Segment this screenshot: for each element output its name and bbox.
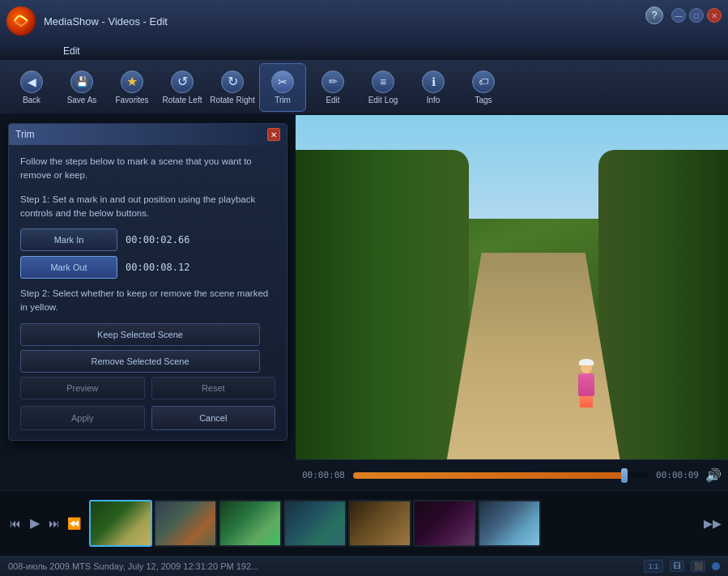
video-scene — [296, 115, 728, 459]
info-button[interactable]: ℹ Info — [410, 63, 457, 112]
time-end: 00:00:09 — [654, 470, 699, 480]
tags-label: Tags — [475, 96, 492, 105]
mark-out-button[interactable]: Mark Out — [20, 256, 117, 279]
toolbar: ◀ Back 💾 Save As ★ Favorites ↺ Rotate Le… — [0, 60, 728, 115]
apply-button[interactable]: Apply — [20, 406, 145, 430]
menu-item-edit[interactable]: Edit — [57, 44, 87, 58]
mark-in-button[interactable]: Mark In — [20, 228, 117, 251]
filmstrip-thumbnails — [89, 500, 699, 547]
trim-icon: ✂ — [271, 70, 294, 93]
status-dot — [712, 562, 720, 570]
edit-label: Edit — [326, 96, 339, 105]
favorites-icon: ★ — [121, 70, 143, 93]
trim-dialog: Trim ✕ Follow the steps below to mark a … — [8, 123, 287, 441]
trim-label: Trim — [275, 96, 291, 105]
maximize-button[interactable]: □ — [689, 8, 704, 23]
minimize-button[interactable]: — — [671, 8, 686, 23]
help-button[interactable]: ? — [645, 6, 663, 24]
next-frame-button[interactable]: ▶▶ — [704, 514, 722, 532]
status-text: 008-июль 2009.MTS Sunday, July 12, 2009 … — [8, 561, 637, 571]
thumbnail-2[interactable] — [154, 500, 217, 547]
tags-icon: 🏷 — [472, 70, 495, 93]
thumbnail-5[interactable] — [348, 500, 411, 547]
trim-dialog-body: Follow the steps below to mark a scene t… — [9, 145, 287, 440]
edit-log-button[interactable]: ≡ Edit Log — [360, 63, 407, 112]
play-button[interactable]: ▶ — [26, 514, 44, 532]
info-label: Info — [427, 96, 441, 105]
save-as-label: Save As — [67, 96, 97, 105]
save-as-button[interactable]: 💾 Save As — [58, 63, 105, 112]
video-preview — [296, 115, 728, 459]
time-start: 00:00:08 — [302, 470, 347, 480]
back-label: Back — [23, 96, 40, 105]
app-logo — [6, 6, 36, 36]
window-controls: ? — □ ✕ — [645, 6, 722, 24]
skip-to-start-button[interactable]: ⏮ — [6, 514, 24, 532]
mark-out-time: 00:00:08.12 — [126, 260, 189, 275]
screen-icon[interactable]: ⬛ — [691, 561, 705, 572]
status-bar: 008-июль 2009.MTS Sunday, July 12, 2009 … — [0, 555, 728, 576]
app-title: MediaShow - Videos - Edit — [44, 15, 168, 28]
favorites-label: Favorites — [115, 96, 148, 105]
mark-out-row: Mark Out 00:00:08.12 — [20, 256, 275, 279]
mark-in-row: Mark In 00:00:02.66 — [20, 228, 275, 251]
mark-in-time: 00:00:02.66 — [126, 233, 189, 247]
preview-button[interactable]: Preview — [20, 377, 145, 399]
scrubber-track[interactable] — [353, 472, 648, 479]
info-icon: ℹ — [422, 70, 445, 93]
video-area: 00:00:08 00:00:09 🔊 — [296, 115, 728, 490]
volume-icon[interactable]: 🔊 — [705, 467, 722, 483]
favorites-button[interactable]: ★ Favorites — [109, 63, 155, 112]
trim-dialog-titlebar: Trim ✕ — [9, 124, 287, 145]
thumbnail-3[interactable] — [219, 500, 282, 547]
main-content: Trim ✕ Follow the steps below to mark a … — [0, 115, 728, 490]
timeline-bar: 00:00:08 00:00:09 🔊 — [296, 459, 728, 490]
apply-cancel-row: Apply Cancel — [20, 406, 275, 430]
rotate-left-button[interactable]: ↺ Rotate Left — [159, 63, 206, 112]
edit-log-label: Edit Log — [368, 96, 398, 105]
close-button[interactable]: ✕ — [707, 8, 722, 23]
trim-button[interactable]: ✂ Trim — [259, 63, 306, 112]
trim-instructions: Follow the steps below to mark a scene t… — [20, 155, 275, 183]
edit-icon: ✏ — [321, 70, 344, 93]
thumbnail-4[interactable] — [283, 500, 347, 547]
tags-button[interactable]: 🏷 Tags — [460, 63, 507, 112]
trim-step2: Step 2: Select whether to keep or remove… — [20, 287, 275, 315]
rotate-right-icon: ↻ — [221, 70, 244, 93]
cancel-button[interactable]: Cancel — [151, 406, 276, 430]
back-icon: ◀ — [20, 70, 43, 93]
thumbnail-6[interactable] — [413, 500, 476, 547]
rewind-button[interactable]: ⏪ — [65, 514, 83, 532]
keep-scene-button[interactable]: Keep Selected Scene — [20, 323, 260, 346]
skip-to-end-button[interactable]: ⏭ — [45, 514, 63, 532]
thumbnail-7[interactable] — [478, 500, 541, 547]
back-button[interactable]: ◀ Back — [8, 63, 55, 112]
edit-button[interactable]: ✏ Edit — [309, 63, 356, 112]
rotate-left-label: Rotate Left — [163, 96, 202, 105]
scrubber-fill — [353, 472, 624, 479]
rotate-left-icon: ↺ — [171, 70, 194, 93]
ratio-badge: 1:1 — [644, 560, 663, 573]
preview-reset-row: Preview Reset — [20, 377, 275, 399]
scrubber-thumb[interactable] — [621, 468, 628, 483]
reset-button[interactable]: Reset — [151, 377, 276, 399]
rotate-right-label: Rotate Right — [210, 96, 255, 105]
filmstrip: ⏮ ▶ ⏭ ⏪ ▶▶ — [0, 490, 728, 555]
remove-scene-button[interactable]: Remove Selected Scene — [20, 350, 260, 373]
transport-controls: ⏮ ▶ ⏭ ⏪ — [6, 514, 83, 532]
edit-log-icon: ≡ — [372, 70, 394, 93]
menu-bar: Edit — [0, 42, 728, 60]
rotate-right-button[interactable]: ↻ Rotate Right — [209, 63, 256, 112]
trim-dialog-title: Trim — [15, 129, 35, 140]
thumbnail-1[interactable] — [89, 500, 152, 547]
trim-step1: Step 1: Set a mark in and out position u… — [20, 193, 275, 221]
title-bar: MediaShow - Videos - Edit ? — □ ✕ — [0, 0, 728, 42]
filmstrip-icon[interactable]: 🎞 — [670, 561, 684, 572]
trim-close-button[interactable]: ✕ — [267, 128, 280, 141]
save-icon: 💾 — [70, 70, 93, 93]
